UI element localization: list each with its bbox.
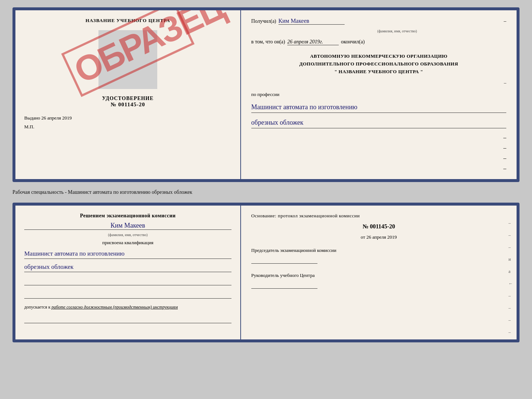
blank-line-1 <box>24 278 231 285</box>
blank-line-2 <box>24 291 231 299</box>
rukovoditel-block: Руководитель учебного Центра <box>251 272 506 289</box>
fio-hint-bottom: (фамилия, имя, отчество) <box>24 233 231 237</box>
vydano-date: 26 апреля 2019 <box>42 115 72 121</box>
udostoverenie-number: № 001145-20 <box>102 101 154 108</box>
dash-2: – <box>504 80 506 86</box>
po-professii-label: по профессии <box>251 92 506 97</box>
udostoverenie-title: УДОСТОВЕРЕНИЕ <box>102 96 154 101</box>
poluchil-label: Получил(а) <box>251 18 276 24</box>
ot-date-value: 26 апреля 2019 <box>366 234 397 240</box>
vtom-label: в том, что он(а) <box>251 39 285 45</box>
blank-line-3 <box>24 316 231 323</box>
kvalif-line-1: Машинист автомата по изготовлению <box>24 249 231 259</box>
kvalif-line-2: обрезных обложек <box>24 262 231 272</box>
dopuskaetsya-label: допускается к <box>24 304 50 310</box>
vtom-date: 26 апреля 2019г. <box>287 39 339 45</box>
name-cursive: Ким Макеев <box>24 222 231 230</box>
top-right-panel: Получил(а) Ким Макеев – (фамилия, имя, о… <box>241 10 517 179</box>
vydano-label: Выдано <box>24 115 40 121</box>
osnovanie-text: Основание: протокол экзаменационной коми… <box>251 213 506 219</box>
ot-label: от <box>361 234 365 240</box>
dash-1: – <box>504 18 506 24</box>
bottom-left-panel: Решением экзаменационной комиссии Ким Ма… <box>15 206 241 339</box>
mp-line: М.П. <box>24 124 231 130</box>
main-line1: АВТОНОМНУЮ НЕКОММЕРЧЕСКУЮ ОРГАНИЗАЦИЮ <box>251 53 506 60</box>
right-side-marks: – – – и а ← – – – – <box>508 220 513 335</box>
top-left-panel: НАЗВАНИЕ УЧЕБНОГО ЦЕНТРА УДОСТОВЕРЕНИЕ №… <box>15 10 241 179</box>
dash-2-container: – <box>251 80 506 86</box>
ot-date: от 26 апреля 2019 <box>251 234 506 240</box>
main-text-block: АВТОНОМНУЮ НЕКОММЕРЧЕСКУЮ ОРГАНИЗАЦИЮ ДО… <box>251 53 506 75</box>
rukovoditel-title: Руководитель учебного Центра <box>251 272 506 278</box>
bottom-document: Решением экзаменационной комиссии Ким Ма… <box>12 203 520 342</box>
caption-line: Рабочая специальность - Машинист автомат… <box>12 188 520 197</box>
prof-line-1: Машинист автомата по изготовлению <box>251 102 506 113</box>
resheniem-text: Решением экзаменационной комиссии <box>24 213 231 219</box>
prof-line-2: обрезных обложек <box>251 117 506 128</box>
prisvoena-label: присвоена квалификация <box>24 240 231 246</box>
stamp-area <box>98 30 157 89</box>
okonchil-label: окончил(а) <box>341 39 365 45</box>
right-dashes-top: – – – – <box>251 134 506 172</box>
rukovoditel-sign-line <box>251 281 317 289</box>
udostoverenie-block: УДОСТОВЕРЕНИЕ № 001145-20 <box>102 96 154 108</box>
main-line2: ДОПОЛНИТЕЛЬНОГО ПРОФЕССИОНАЛЬНОГО ОБРАЗО… <box>251 60 506 68</box>
predsedatel-sign-line <box>251 256 317 264</box>
dopuskaetsya-block: допускается к работе согласно должностны… <box>24 304 231 310</box>
predsedatel-block: Председатель экзаменационной комиссии <box>251 247 506 264</box>
fio-hint-top: (фамилия, имя, отчество) <box>288 29 506 33</box>
dopuskaetsya-value: работе согласно должностным (производств… <box>51 304 178 310</box>
center-name-top: НАЗВАНИЕ УЧЕБНОГО ЦЕНТРА <box>86 18 170 24</box>
poluchil-value: Ким Макеев <box>278 18 345 25</box>
main-line3: " НАЗВАНИЕ УЧЕБНОГО ЦЕНТРА " <box>251 68 506 76</box>
top-document: НАЗВАНИЕ УЧЕБНОГО ЦЕНТРА УДОСТОВЕРЕНИЕ №… <box>12 7 520 182</box>
predsedatel-title: Председатель экзаменационной комиссии <box>251 247 506 253</box>
vydano-line: Выдано 26 апреля 2019 <box>24 115 231 121</box>
protocol-number: № 001145-20 <box>251 223 506 230</box>
bottom-right-panel: Основание: протокол экзаменационной коми… <box>241 206 517 339</box>
